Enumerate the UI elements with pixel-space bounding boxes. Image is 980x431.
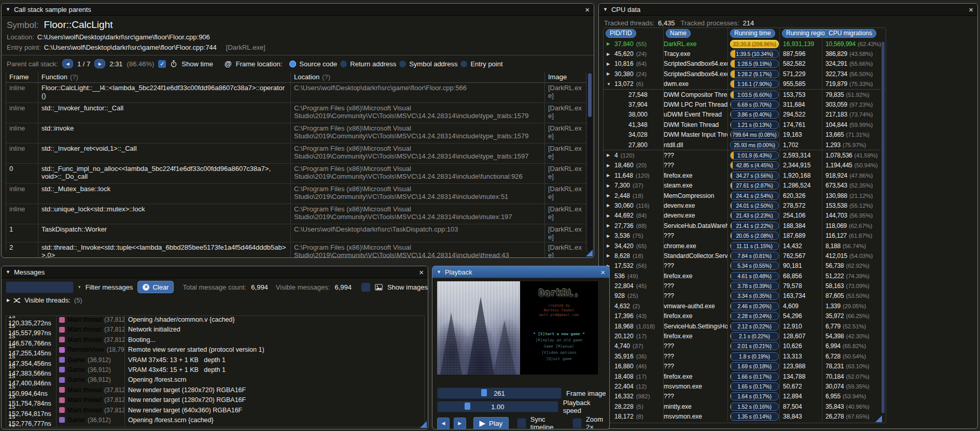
message-row[interactable]: 1s 147,255,145nsRemoteView(18,796)Remote… (6, 342, 424, 352)
message-row[interactable]: 1s 145,557,997nsMain thread(37,812)Netwo… (6, 322, 424, 332)
zoom-2x-checkbox[interactable] (572, 418, 582, 428)
cpu-row[interactable]: 27,800ntdll.dll25.93 ms (0.00%)1,7021,29… (604, 140, 886, 150)
expand-arrow-icon[interactable]: ▶ (607, 203, 612, 208)
cpu-row[interactable]: ▶45,620(24)Tracy.exe1:39.5 (10.34%)887,5… (604, 49, 886, 59)
resize-grip[interactable] (586, 250, 593, 256)
resize-grip[interactable] (875, 415, 882, 422)
cpu-row[interactable]: ▶16,332(982)???1.64 s (0.17%)12,8946,955… (604, 392, 886, 401)
expand-arrow-icon[interactable]: ▶ (607, 193, 612, 198)
col-frame[interactable]: Frame (6, 72, 38, 82)
radio-icon[interactable] (399, 61, 406, 67)
frame-image-slider[interactable]: 261 (437, 387, 562, 399)
message-row[interactable]: 1s 147,383,566nsGame(36,912)VRAM 43x45: … (6, 363, 424, 372)
expand-arrow-icon[interactable]: ▶ (607, 234, 612, 238)
close-icon[interactable]: × (600, 268, 605, 276)
cpu-row[interactable]: ▶2,448(18)MemCompression24.41 s (2.54%)6… (604, 191, 886, 200)
cpu-row[interactable]: ▶35,916(36)???1.8 s (0.19%)13,3136,728(5… (604, 351, 886, 361)
message-row[interactable]: 1s 146,576,766nsMain thread(37,812)Booti… (6, 333, 424, 342)
step-back-button[interactable]: ◀ (437, 418, 450, 429)
close-icon[interactable]: × (419, 268, 424, 276)
cpu-col-header[interactable]: PID/TID (604, 28, 664, 39)
callstack-scrollbar[interactable] (587, 72, 592, 250)
cpu-row[interactable]: ▶34,420(65)chrome.exe11.11 s (1.15%)14,4… (604, 241, 886, 251)
expand-arrow-icon[interactable]: ▶ (607, 223, 612, 228)
radio-icon[interactable] (289, 61, 296, 67)
messages-titlebar[interactable]: ▼ Messages × (2, 266, 428, 278)
collapse-arrow-icon[interactable]: ▼ (607, 82, 612, 87)
frame-location-option[interactable]: Return address (340, 60, 396, 68)
cpu-col-pill[interactable]: Running time (730, 29, 775, 38)
cpu-row[interactable]: ▶20,120(17)firefox.exe2.1 s (0.22%)128,6… (604, 331, 886, 341)
message-row[interactable]: 1s 152,776,777nsGame(36,912)Opening /for… (6, 413, 424, 423)
cpu-titlebar[interactable]: ▼ CPU data × (599, 4, 977, 16)
expand-arrow-icon[interactable]: ▶ (607, 173, 612, 178)
expand-arrow-icon[interactable]: ▶ (607, 163, 612, 168)
cpu-row[interactable]: ▶18,172(8)msvsmon.exe1.35 s (0.14%)38,84… (604, 411, 886, 421)
cpu-row[interactable]: 38,000uDWM Event Thread3.86 s (0.40%)294… (604, 110, 886, 120)
step-forward-button[interactable]: ▶ (454, 418, 466, 429)
col-image[interactable]: Image (545, 72, 586, 82)
cpu-col-pill[interactable]: CPU migrations (824, 29, 876, 38)
col-function[interactable]: Function(?) (38, 72, 291, 82)
message-row[interactable]: 1s 147,400,846nsGame(36,912)Opening /for… (6, 372, 424, 382)
message-row[interactable]: 1s 152,764,817nsMain thread(37,812)New r… (6, 403, 424, 413)
cpu-row[interactable]: ▶4,632(2)vmware-authd.exe2.46 s (0.26%)4… (604, 301, 886, 311)
callstack-titlebar[interactable]: ▼ Call stack sample parents × (2, 4, 594, 16)
cpu-row[interactable]: ▶22,404(12)msvsmon.exe1.65 s (0.17%)50,6… (604, 381, 886, 391)
visible-threads-row[interactable]: ▶ Visible threads: (5) (7, 296, 428, 304)
cpu-row[interactable]: ▶7,300(37)steam.exe27.61 s (2.87%)1,286,… (604, 180, 886, 190)
cpu-row[interactable]: ▶27,736(88)ServiceHub.DataWarehouseHost.… (604, 221, 886, 231)
cpu-row[interactable]: ▶28,228(5)mintty.exe1.52 s (0.16%)87,504… (604, 401, 886, 411)
close-icon[interactable]: × (585, 6, 590, 13)
playback-speed-slider[interactable]: 1.00 (437, 401, 558, 412)
cpu-row[interactable]: ▶8,628(18)StandardCollector.Service.exe7… (604, 251, 886, 261)
cpu-col-pill[interactable]: Name (666, 29, 691, 38)
cpu-row[interactable]: 37,904DWM LPC Port Thread6.69 s (0.70%)3… (604, 99, 886, 109)
filter-input[interactable] (6, 281, 74, 293)
frame-location-option[interactable]: Entry point (460, 60, 502, 68)
cpu-row[interactable]: ▶928(25)???3.34 s (0.35%)163,73487,605(5… (604, 291, 886, 301)
cpu-row[interactable]: ▶18,460(20)???42.85 s (4.45%)2,344,9151,… (604, 161, 886, 170)
cpu-row[interactable]: 34,028DWM Master Input Thread799.64 ms (… (604, 130, 886, 140)
cpu-col-pill[interactable]: PID/TID (606, 29, 636, 38)
cpu-col-header[interactable]: Running regions (780, 28, 822, 39)
cpu-row[interactable]: 27,548DWM Compositor Thread1:03.5 (6.60%… (604, 89, 886, 99)
cpu-row[interactable]: ▶4(120)???1:01.9 (6.43%)2,593,3141,078,5… (604, 150, 886, 160)
expand-arrow-icon[interactable]: ▶ (607, 153, 612, 157)
close-icon[interactable]: × (969, 6, 973, 13)
playback-titlebar[interactable]: ▼ Playback × (432, 266, 609, 278)
message-row[interactable]: 1s 150,994,64nsMain thread(37,812)New re… (6, 383, 424, 393)
show-time-checkbox[interactable]: ✓ (158, 60, 166, 68)
expand-arrow-icon[interactable]: ▶ (607, 62, 612, 66)
expand-arrow-icon[interactable]: ▶ (607, 41, 612, 46)
expand-arrow-icon[interactable]: ▶ (607, 183, 612, 188)
play-button[interactable]: ▶Play (473, 417, 509, 430)
cpu-row[interactable]: ▶44,692(84)devenv.exe21.43 s (2.23%)254,… (604, 211, 886, 221)
expand-icon[interactable]: ▶ (7, 298, 10, 303)
sync-timeline-checkbox[interactable] (517, 418, 526, 428)
cpu-row[interactable]: ▶37,840(55)DarkRL.exe33:30.8 (208.96%)16… (604, 39, 886, 49)
message-row[interactable]: 1s 147,354,456nsGame(36,912)VRAM 37x45: … (6, 353, 424, 363)
cpu-row[interactable]: ▶30,380(24)ScriptedSandbox64.exe1:28.2 (… (604, 69, 886, 79)
col-location[interactable]: Location(?) (291, 72, 545, 82)
cpu-row[interactable]: ▶16,880(46)???1.69 s (0.18%)123,98878,23… (604, 362, 886, 371)
collapse-icon[interactable]: ▼ (437, 269, 441, 275)
prev-stack-button[interactable]: ◀ (62, 59, 73, 68)
cpu-row[interactable]: ▶17,396(43)firefox.exe2.28 s (0.24%)54,2… (604, 311, 886, 321)
cpu-row[interactable]: ▶30,060(116)devenv.exe24.01 s (2.50%)278… (604, 200, 886, 210)
expand-arrow-icon[interactable]: ▶ (607, 71, 612, 76)
expand-arrow-icon[interactable]: ▶ (607, 243, 612, 248)
cpu-row[interactable]: ▶18,968(1,018)ServiceHub.SettingsHost.ex… (604, 321, 886, 331)
cpu-row[interactable]: 41,348DWM Token Thread1.21 s (0.13%)174,… (604, 120, 886, 130)
message-row[interactable]: 1s 120,335,272nsMain thread(37,812)Openi… (6, 315, 424, 322)
collapse-icon[interactable]: ▼ (603, 7, 608, 12)
cpu-row[interactable]: ▶17,532(56)???5.34 s (0.55%)90,18156,738… (604, 261, 886, 271)
expand-arrow-icon[interactable]: ▶ (607, 213, 612, 218)
next-stack-button[interactable]: ▶ (94, 59, 105, 68)
frame-location-option[interactable]: Source code (289, 60, 337, 68)
message-row[interactable]: 1s 151,754,784nsMain thread(37,812)New r… (6, 393, 424, 403)
resize-grip[interactable] (420, 421, 427, 428)
clear-button[interactable]: ×Clear (137, 281, 174, 293)
collapse-icon[interactable]: ▼ (6, 7, 10, 12)
cpu-row[interactable]: ▶18,408(17)firefox.exe1.66 s (0.17%)134,… (604, 371, 886, 381)
